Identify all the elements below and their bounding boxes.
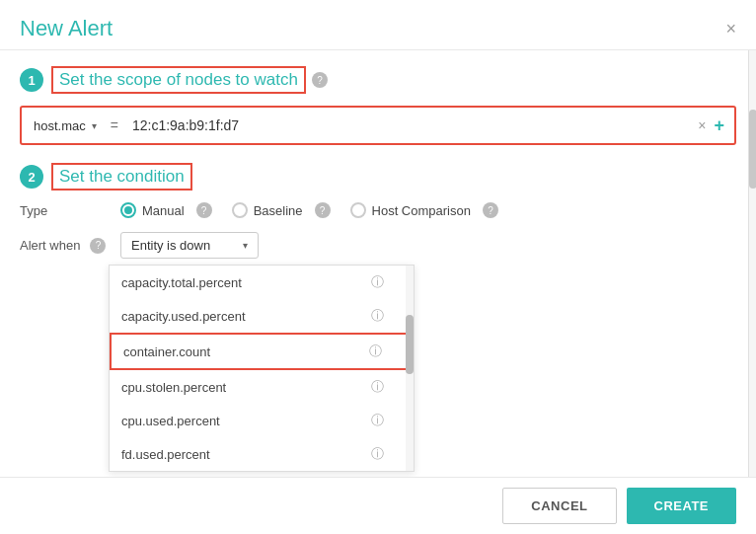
modal-overlay: New Alert × 1 Set the scope of nodes to …: [0, 0, 756, 534]
radio-host-comparison-circle: [350, 202, 366, 218]
modal-title: New Alert: [20, 16, 113, 41]
modal-scrollbar-thumb: [749, 110, 756, 189]
info-icon-4[interactable]: ⓘ: [371, 412, 384, 429]
modal-scrollbar: [748, 50, 756, 477]
alert-when-label: Alert when ?: [20, 238, 109, 254]
radio-baseline[interactable]: Baseline ?: [232, 202, 331, 218]
dropdown-item-label-5: fd.used.percent: [121, 447, 210, 462]
scope-clear-icon[interactable]: ×: [698, 117, 706, 133]
scope-tag: host.mac ▾ = 12:c1:9a:b9:1f:d7: [34, 117, 239, 133]
dropdown-item-label-4: cpu.used.percent: [121, 414, 220, 428]
section1-title: Set the scope of nodes to watch: [51, 66, 306, 94]
section-scope: 1 Set the scope of nodes to watch ? host…: [20, 66, 736, 145]
dropdown-item-5[interactable]: fd.used.percent ⓘ: [110, 437, 414, 471]
dropdown-scrollbar: [406, 266, 414, 471]
alert-when-select[interactable]: Entity is down ▾: [120, 232, 259, 259]
section2-header: 2 Set the condition: [20, 163, 736, 191]
info-icon-5[interactable]: ⓘ: [371, 445, 384, 463]
dropdown-item-label-3: cpu.stolen.percent: [121, 380, 226, 395]
segment-dropdown-container: capacity.total.percent ⓘ capacity.used.p…: [109, 265, 736, 472]
info-icon-3[interactable]: ⓘ: [371, 378, 384, 396]
scope-add-icon[interactable]: +: [714, 115, 724, 136]
info-icon-2[interactable]: ⓘ: [369, 343, 382, 360]
radio-baseline-circle: [232, 202, 248, 218]
dropdown-item-0[interactable]: capacity.total.percent ⓘ: [110, 266, 414, 299]
new-alert-modal: New Alert × 1 Set the scope of nodes to …: [0, 0, 756, 534]
dropdown-item-label-2: container.count: [123, 344, 210, 359]
section-condition: 2 Set the condition Type Manual ?: [20, 163, 736, 477]
type-label: Type: [20, 203, 109, 218]
radio-manual-label: Manual: [142, 203, 185, 218]
scope-actions: × +: [698, 115, 724, 136]
type-radio-group: Manual ? Baseline ? Host Comparison ?: [120, 202, 498, 218]
modal-body: 1 Set the scope of nodes to watch ? host…: [0, 50, 756, 477]
scope-key: host.mac: [34, 118, 86, 133]
host-comparison-help-icon[interactable]: ?: [483, 202, 498, 218]
alert-when-caret: ▾: [243, 240, 248, 251]
radio-manual-circle: [120, 202, 136, 218]
modal-header: New Alert ×: [0, 0, 756, 50]
dropdown-scrollbar-thumb: [406, 315, 414, 374]
dropdown-item-label-1: capacity.used.percent: [121, 309, 246, 324]
baseline-help-icon[interactable]: ?: [315, 202, 331, 218]
dropdown-item-3[interactable]: cpu.stolen.percent ⓘ: [110, 370, 414, 404]
type-row: Type Manual ? Baseline ?: [20, 202, 736, 218]
dropdown-item-label-0: capacity.total.percent: [121, 275, 242, 290]
scope-key-dropdown-icon[interactable]: ▾: [92, 120, 97, 131]
dropdown-item-2[interactable]: container.count ⓘ: [110, 333, 414, 370]
dropdown-item-4[interactable]: cpu.used.percent ⓘ: [110, 404, 414, 437]
scope-filter-row: host.mac ▾ = 12:c1:9a:b9:1f:d7 × +: [20, 106, 736, 145]
radio-baseline-label: Baseline: [254, 203, 303, 218]
close-button[interactable]: ×: [725, 20, 736, 38]
step2-badge: 2: [20, 165, 43, 189]
cancel-button[interactable]: CANCEL: [502, 488, 616, 524]
info-icon-1[interactable]: ⓘ: [371, 307, 384, 325]
radio-host-comparison-label: Host Comparison: [372, 203, 471, 218]
step1-badge: 1: [20, 68, 43, 92]
section2-title: Set the condition: [51, 163, 192, 191]
info-icon-0[interactable]: ⓘ: [371, 273, 384, 291]
modal-footer: CANCEL CREATE: [0, 477, 756, 534]
scope-value: 12:c1:9a:b9:1f:d7: [132, 117, 239, 133]
dropdown-list: capacity.total.percent ⓘ capacity.used.p…: [109, 265, 415, 472]
alert-when-help-icon[interactable]: ?: [90, 238, 106, 254]
scope-operator: =: [111, 117, 118, 133]
radio-host-comparison[interactable]: Host Comparison ?: [350, 202, 498, 218]
manual-help-icon[interactable]: ?: [196, 202, 212, 218]
alert-when-row: Alert when ? Entity is down ▾: [20, 232, 736, 259]
section1-header: 1 Set the scope of nodes to watch ?: [20, 66, 736, 94]
radio-manual[interactable]: Manual ?: [120, 202, 212, 218]
alert-when-value: Entity is down: [131, 238, 210, 253]
dropdown-item-1[interactable]: capacity.used.percent ⓘ: [110, 299, 414, 333]
create-button[interactable]: CREATE: [627, 488, 736, 524]
section1-help-icon[interactable]: ?: [312, 72, 328, 88]
